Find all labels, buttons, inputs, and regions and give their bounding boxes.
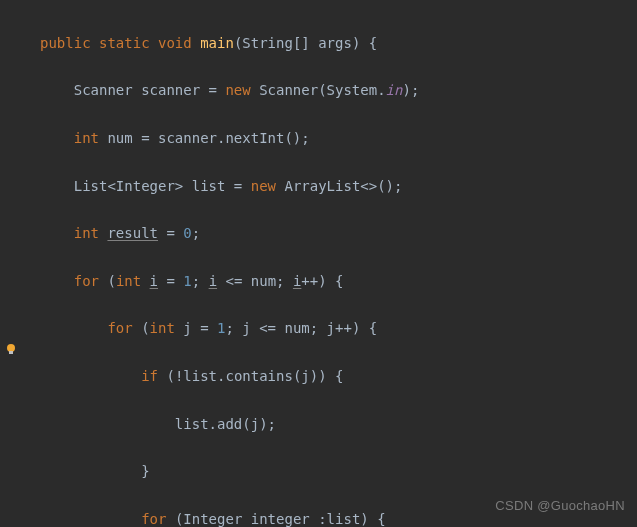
code-text: <= num; xyxy=(217,273,293,289)
code-line[interactable]: list.add(j); xyxy=(10,413,637,437)
code-line[interactable]: for (int i = 1; i <= num; i++) { xyxy=(10,270,637,294)
code-text: ); xyxy=(402,82,419,98)
keyword: for xyxy=(141,511,175,527)
code-text: (!list.contains(j)) { xyxy=(166,368,343,384)
code-text: (String[] args) { xyxy=(234,35,377,51)
code-text: ( xyxy=(141,320,149,336)
method-name: main xyxy=(200,35,234,51)
code-line[interactable]: int num = scanner.nextInt(); xyxy=(10,127,637,151)
keyword: int xyxy=(74,225,108,241)
lightbulb-icon[interactable] xyxy=(4,342,16,354)
code-line[interactable]: for (int j = 1; j <= num; j++) { xyxy=(10,317,637,341)
code-text: ; j <= num; j++) { xyxy=(225,320,377,336)
keyword: if xyxy=(141,368,166,384)
code-line[interactable]: } xyxy=(10,460,637,484)
code-line[interactable]: public static void main(String[] args) { xyxy=(10,32,637,56)
number: 0 xyxy=(183,225,191,241)
code-text: num = scanner.nextInt(); xyxy=(107,130,309,146)
code-line[interactable]: if (!list.contains(j)) { xyxy=(10,365,637,389)
code-text: = xyxy=(158,225,183,241)
code-text: ArrayList<>(); xyxy=(284,178,402,194)
code-text: } xyxy=(141,463,149,479)
code-text: List<Integer> list = xyxy=(74,178,251,194)
code-text: ; xyxy=(192,273,209,289)
code-text: ++) { xyxy=(301,273,343,289)
keyword: int xyxy=(116,273,150,289)
keyword: for xyxy=(107,320,141,336)
keyword: for xyxy=(74,273,108,289)
keyword: int xyxy=(150,320,184,336)
static-field: in xyxy=(386,82,403,98)
number: 1 xyxy=(183,273,191,289)
keyword: new xyxy=(251,178,285,194)
code-text: j = xyxy=(183,320,217,336)
svg-rect-1 xyxy=(9,351,13,354)
code-text: Scanner(System. xyxy=(259,82,385,98)
code-text: ; xyxy=(192,225,200,241)
variable: i xyxy=(209,273,217,289)
code-text: Scanner scanner = xyxy=(74,82,226,98)
keyword: new xyxy=(225,82,259,98)
svg-point-0 xyxy=(7,344,15,352)
variable: i xyxy=(150,273,158,289)
code-text: list.add(j); xyxy=(175,416,276,432)
code-text: (Integer integer :list) { xyxy=(175,511,386,527)
variable: result xyxy=(107,225,158,241)
keyword: int xyxy=(74,130,108,146)
watermark: CSDN @GuochaoHN xyxy=(495,495,625,517)
code-line[interactable]: Scanner scanner = new Scanner(System.in)… xyxy=(10,79,637,103)
code-text: = xyxy=(158,273,183,289)
keyword: public static void xyxy=(40,35,200,51)
code-line[interactable]: int result = 0; xyxy=(10,222,637,246)
code-editor[interactable]: public static void main(String[] args) {… xyxy=(0,0,637,527)
code-text: ( xyxy=(107,273,115,289)
code-line[interactable]: List<Integer> list = new ArrayList<>(); xyxy=(10,175,637,199)
